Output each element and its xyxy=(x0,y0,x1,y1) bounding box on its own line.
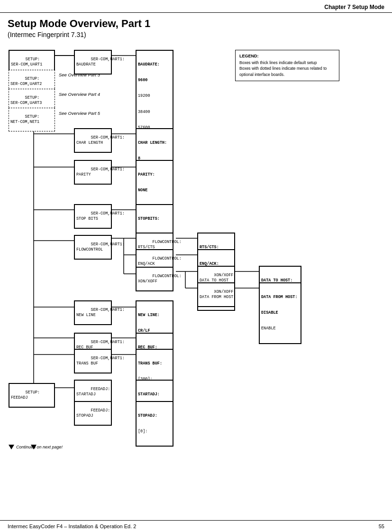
chapter-label: Chapter 7 Setup Mode xyxy=(324,4,384,10)
legend-line3: optional interface boards. xyxy=(239,72,335,78)
legend-title: LEGEND: xyxy=(239,53,335,60)
sercom-uart1-flowcontrol-box: SER-COM,UART1: FLOWCONTROL xyxy=(74,235,112,260)
page-subtitle: (Intermec Fingerprint 7.31) xyxy=(8,31,384,38)
sercom-uart1-parity-box: SER-COM,UART1: PARITY xyxy=(74,160,112,185)
legend-line2: Boxes with dotted lines indicate menus r… xyxy=(239,65,335,72)
sercom-uart1-stopbits-box: SER-COM,UART1: STOP BITS xyxy=(74,204,112,229)
connector-lines xyxy=(8,46,384,473)
sercom-uart1-transbuf-box: SER-COM,UART1: TRANS BUF xyxy=(74,349,112,373)
arrow-down-icon xyxy=(9,445,14,449)
stopadj-value-box: STOPADJ: [0]: xyxy=(136,401,173,447)
main-content: Setup Mode Overview, Part 1 (Intermec Fi… xyxy=(0,13,392,492)
legend-line1: Boxes with thick lines indicate default … xyxy=(239,60,335,66)
see-overview-5: See Overview Part 5 xyxy=(59,111,100,116)
flowcontrol-xonxoff-box: FLOWCONTROL: XON/XOFF xyxy=(136,267,173,291)
setup-feedadj-box: SETUP: FEEDADJ xyxy=(9,383,55,408)
page-header: Chapter 7 Setup Mode xyxy=(0,0,392,13)
xonxoff-datafromhost-box: XON/XOFF: DATA FROM HOST xyxy=(197,282,235,307)
page-footer: Intermec EasyCoder F4 – Installation & O… xyxy=(0,520,392,532)
sercom-uart1-newline-box: SER-COM,UART1: NEW LINE xyxy=(74,300,112,325)
footer-right: 55 xyxy=(379,523,384,529)
page-title: Setup Mode Overview, Part 1 xyxy=(8,18,384,30)
feedadj-stopadj-box: FEEDADJ: STOPADJ xyxy=(74,401,112,426)
diagram-area: SETUP: SER-COM,UART1 SETUP: SER-COM,UART… xyxy=(8,46,384,473)
sercom-uart1-charlength-box: SER-COM,UART1: CHAR LENGTH xyxy=(74,128,112,153)
continued-text: Continued on next page! xyxy=(9,445,63,449)
sercom-uart1-baudrate-box: SER-COM,UART1: BAUDRATE xyxy=(74,50,112,75)
setup-netcom-net1-box: SETUP: NET-COM,NET1 xyxy=(9,108,55,131)
datafromhost-values-box: DATA FROM HOST: DISABLE ENABLE xyxy=(259,282,301,344)
see-overview-4: See Overview Part 4 xyxy=(59,92,100,97)
footer-left: Intermec EasyCoder F4 – Installation & O… xyxy=(8,523,136,529)
legend-box: LEGEND: Boxes with thick lines indicate … xyxy=(235,50,339,81)
